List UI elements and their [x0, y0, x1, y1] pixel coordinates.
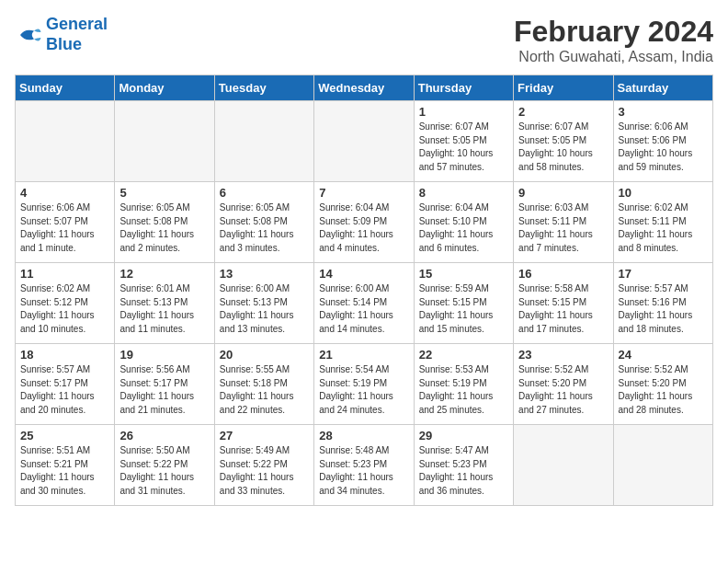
- day-number: 10: [619, 186, 708, 200]
- calendar-cell: 18Sunrise: 5:57 AM Sunset: 5:17 PM Dayli…: [16, 344, 115, 425]
- day-number: 24: [619, 348, 708, 362]
- day-number: 20: [220, 348, 309, 362]
- day-number: 3: [619, 105, 708, 119]
- header-thursday: Thursday: [414, 75, 513, 101]
- day-number: 23: [518, 348, 608, 362]
- calendar-cell: 17Sunrise: 5:57 AM Sunset: 5:16 PM Dayli…: [613, 263, 712, 344]
- day-info: Sunrise: 6:02 AM Sunset: 5:12 PM Dayligh…: [20, 282, 109, 336]
- calendar-cell: 5Sunrise: 6:05 AM Sunset: 5:08 PM Daylig…: [115, 182, 214, 263]
- calendar-cell: 1Sunrise: 6:07 AM Sunset: 5:05 PM Daylig…: [414, 101, 513, 182]
- calendar-cell: 3Sunrise: 6:06 AM Sunset: 5:06 PM Daylig…: [613, 101, 712, 182]
- day-info: Sunrise: 6:07 AM Sunset: 5:05 PM Dayligh…: [419, 121, 508, 174]
- day-number: 22: [419, 348, 508, 362]
- day-info: Sunrise: 6:04 AM Sunset: 5:10 PM Dayligh…: [419, 201, 508, 255]
- week-row-3: 18Sunrise: 5:57 AM Sunset: 5:17 PM Dayli…: [16, 344, 713, 425]
- day-info: Sunrise: 5:52 AM Sunset: 5:20 PM Dayligh…: [518, 363, 608, 417]
- day-number: 27: [220, 429, 309, 442]
- calendar-cell: 11Sunrise: 6:02 AM Sunset: 5:12 PM Dayli…: [16, 263, 115, 344]
- calendar-cell: [613, 425, 712, 506]
- calendar-cell: 19Sunrise: 5:56 AM Sunset: 5:17 PM Dayli…: [115, 344, 214, 425]
- calendar-title: February 2024: [514, 15, 713, 49]
- day-number: 13: [220, 267, 309, 281]
- day-info: Sunrise: 6:04 AM Sunset: 5:09 PM Dayligh…: [319, 201, 408, 255]
- day-info: Sunrise: 6:00 AM Sunset: 5:13 PM Dayligh…: [220, 282, 309, 336]
- calendar-cell: 4Sunrise: 6:06 AM Sunset: 5:07 PM Daylig…: [16, 182, 115, 263]
- calendar-cell: [514, 425, 613, 506]
- calendar-cell: 23Sunrise: 5:52 AM Sunset: 5:20 PM Dayli…: [514, 344, 613, 425]
- calendar-cell: [314, 101, 414, 182]
- day-number: 17: [619, 267, 708, 281]
- day-number: 7: [319, 186, 408, 200]
- day-info: Sunrise: 6:07 AM Sunset: 5:05 PM Dayligh…: [518, 121, 608, 174]
- day-info: Sunrise: 5:55 AM Sunset: 5:18 PM Dayligh…: [220, 363, 309, 417]
- title-area: February 2024 North Guwahati, Assam, Ind…: [514, 15, 713, 65]
- logo-bird-icon: [15, 21, 42, 49]
- day-number: 15: [419, 267, 508, 281]
- day-info: Sunrise: 6:01 AM Sunset: 5:13 PM Dayligh…: [119, 282, 209, 336]
- header-tuesday: Tuesday: [214, 75, 313, 101]
- calendar-cell: 2Sunrise: 6:07 AM Sunset: 5:05 PM Daylig…: [514, 101, 613, 182]
- day-number: 18: [20, 348, 109, 362]
- day-number: 11: [20, 267, 109, 281]
- day-number: 16: [518, 267, 608, 281]
- calendar-cell: 22Sunrise: 5:53 AM Sunset: 5:19 PM Dayli…: [414, 344, 513, 425]
- calendar-cell: 28Sunrise: 5:48 AM Sunset: 5:23 PM Dayli…: [314, 425, 414, 506]
- day-number: 28: [319, 429, 408, 442]
- day-number: 19: [119, 348, 209, 362]
- day-number: 14: [319, 267, 408, 281]
- week-row-0: 1Sunrise: 6:07 AM Sunset: 5:05 PM Daylig…: [16, 101, 713, 182]
- day-number: 25: [20, 429, 109, 442]
- day-number: 1: [419, 105, 508, 119]
- header-monday: Monday: [115, 75, 214, 101]
- calendar-cell: 7Sunrise: 6:04 AM Sunset: 5:09 PM Daylig…: [314, 182, 414, 263]
- day-info: Sunrise: 5:58 AM Sunset: 5:15 PM Dayligh…: [518, 282, 608, 336]
- day-info: Sunrise: 5:47 AM Sunset: 5:23 PM Dayligh…: [419, 444, 508, 498]
- day-info: Sunrise: 5:53 AM Sunset: 5:19 PM Dayligh…: [419, 363, 508, 417]
- calendar-cell: 27Sunrise: 5:49 AM Sunset: 5:22 PM Dayli…: [214, 425, 313, 506]
- day-info: Sunrise: 6:05 AM Sunset: 5:08 PM Dayligh…: [119, 201, 209, 255]
- day-info: Sunrise: 5:49 AM Sunset: 5:22 PM Dayligh…: [220, 444, 309, 498]
- calendar-cell: 15Sunrise: 5:59 AM Sunset: 5:15 PM Dayli…: [414, 263, 513, 344]
- calendar-cell: [214, 101, 313, 182]
- day-number: 26: [119, 429, 209, 442]
- calendar-cell: 12Sunrise: 6:01 AM Sunset: 5:13 PM Dayli…: [115, 263, 214, 344]
- calendar-cell: 14Sunrise: 6:00 AM Sunset: 5:14 PM Dayli…: [314, 263, 414, 344]
- day-number: 12: [119, 267, 209, 281]
- week-row-4: 25Sunrise: 5:51 AM Sunset: 5:21 PM Dayli…: [16, 425, 713, 506]
- calendar-body: 1Sunrise: 6:07 AM Sunset: 5:05 PM Daylig…: [16, 101, 713, 506]
- day-info: Sunrise: 5:52 AM Sunset: 5:20 PM Dayligh…: [619, 363, 708, 417]
- day-number: 6: [220, 186, 309, 200]
- day-info: Sunrise: 6:06 AM Sunset: 5:06 PM Dayligh…: [619, 121, 708, 174]
- page-header: General Blue February 2024 North Guwahat…: [15, 15, 713, 65]
- day-info: Sunrise: 6:03 AM Sunset: 5:11 PM Dayligh…: [518, 201, 608, 255]
- day-info: Sunrise: 6:06 AM Sunset: 5:07 PM Dayligh…: [20, 201, 109, 255]
- calendar-cell: 20Sunrise: 5:55 AM Sunset: 5:18 PM Dayli…: [214, 344, 313, 425]
- day-number: 4: [20, 186, 109, 200]
- header-row: SundayMondayTuesdayWednesdayThursdayFrid…: [16, 75, 713, 101]
- day-info: Sunrise: 6:02 AM Sunset: 5:11 PM Dayligh…: [619, 201, 708, 255]
- header-sunday: Sunday: [16, 75, 115, 101]
- calendar-cell: 25Sunrise: 5:51 AM Sunset: 5:21 PM Dayli…: [16, 425, 115, 506]
- calendar-cell: 10Sunrise: 6:02 AM Sunset: 5:11 PM Dayli…: [613, 182, 712, 263]
- day-number: 2: [518, 105, 608, 119]
- header-saturday: Saturday: [613, 75, 712, 101]
- day-info: Sunrise: 5:57 AM Sunset: 5:17 PM Dayligh…: [20, 363, 109, 417]
- day-info: Sunrise: 5:50 AM Sunset: 5:22 PM Dayligh…: [119, 444, 209, 498]
- week-row-1: 4Sunrise: 6:06 AM Sunset: 5:07 PM Daylig…: [16, 182, 713, 263]
- calendar-cell: 21Sunrise: 5:54 AM Sunset: 5:19 PM Dayli…: [314, 344, 414, 425]
- day-number: 8: [419, 186, 508, 200]
- calendar-cell: 13Sunrise: 6:00 AM Sunset: 5:13 PM Dayli…: [214, 263, 313, 344]
- day-number: 9: [518, 186, 608, 200]
- calendar-cell: 24Sunrise: 5:52 AM Sunset: 5:20 PM Dayli…: [613, 344, 712, 425]
- calendar-table: SundayMondayTuesdayWednesdayThursdayFrid…: [15, 75, 713, 506]
- day-info: Sunrise: 5:56 AM Sunset: 5:17 PM Dayligh…: [119, 363, 209, 417]
- week-row-2: 11Sunrise: 6:02 AM Sunset: 5:12 PM Dayli…: [16, 263, 713, 344]
- calendar-cell: [115, 101, 214, 182]
- calendar-cell: [16, 101, 115, 182]
- calendar-header: SundayMondayTuesdayWednesdayThursdayFrid…: [16, 75, 713, 101]
- header-wednesday: Wednesday: [314, 75, 414, 101]
- calendar-cell: 8Sunrise: 6:04 AM Sunset: 5:10 PM Daylig…: [414, 182, 513, 263]
- day-info: Sunrise: 6:05 AM Sunset: 5:08 PM Dayligh…: [220, 201, 309, 255]
- day-info: Sunrise: 5:57 AM Sunset: 5:16 PM Dayligh…: [619, 282, 708, 336]
- logo: General Blue: [15, 15, 108, 54]
